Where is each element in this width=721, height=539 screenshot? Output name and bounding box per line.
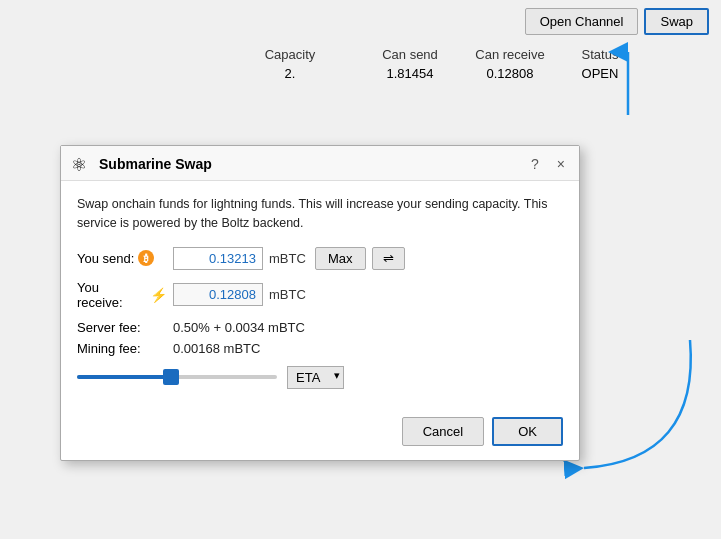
eta-select-wrapper: ETA slow fast: [287, 366, 344, 389]
server-fee-value: 0.50% + 0.0034 mBTC: [173, 320, 305, 335]
dialog-close-button[interactable]: ×: [553, 156, 569, 172]
mining-fee-row: Mining fee: 0.00168 mBTC: [77, 341, 563, 356]
btc-icon: ₿: [138, 250, 154, 266]
submarine-swap-dialog: ⚛ Submarine Swap ? × Swap onchain funds …: [60, 145, 580, 461]
you-send-input[interactable]: [173, 247, 263, 270]
fee-slider-track: [77, 375, 277, 379]
you-send-label: You send: ₿: [77, 250, 167, 266]
can-receive-value: 0.12808: [460, 66, 560, 81]
ok-button[interactable]: OK: [492, 417, 563, 446]
mining-fee-value: 0.00168 mBTC: [173, 341, 260, 356]
cancel-button[interactable]: Cancel: [402, 417, 484, 446]
can-send-header: Can send: [360, 47, 460, 62]
fee-rate-row: ETA slow fast: [77, 366, 563, 389]
you-send-row: You send: ₿ mBTC Max ⇌: [77, 247, 563, 270]
server-fee-row: Server fee: 0.50% + 0.0034 mBTC: [77, 320, 563, 335]
fee-slider-fill: [77, 375, 167, 379]
dialog-titlebar: ⚛ Submarine Swap ? ×: [61, 146, 579, 181]
you-receive-unit: mBTC: [269, 287, 309, 302]
you-send-text: You send:: [77, 251, 134, 266]
you-send-unit: mBTC: [269, 251, 309, 266]
status-header: Status: [560, 47, 640, 62]
table-header: Capacity Can send Can receive Status: [0, 43, 721, 64]
dialog-body: Swap onchain funds for lightning funds. …: [61, 181, 579, 417]
dialog-footer: Cancel OK: [61, 417, 579, 460]
table-row: 2. 1.81454 0.12808 OPEN: [0, 64, 721, 83]
can-receive-header: Can receive: [460, 47, 560, 62]
swap-direction-button[interactable]: ⇌: [372, 247, 405, 270]
server-fee-label: Server fee:: [77, 320, 167, 335]
swap-button[interactable]: Swap: [644, 8, 709, 35]
mining-fee-label: Mining fee:: [77, 341, 167, 356]
dialog-icon: ⚛: [71, 154, 91, 174]
open-channel-button[interactable]: Open Channel: [525, 8, 639, 35]
can-send-value: 1.81454: [360, 66, 460, 81]
capacity-value: 2.: [220, 66, 360, 81]
lightning-icon: ⚡: [150, 287, 167, 303]
you-receive-row: You receive: ⚡ mBTC: [77, 280, 563, 310]
fee-slider-thumb[interactable]: [163, 369, 179, 385]
you-receive-label: You receive: ⚡: [77, 280, 167, 310]
status-value: OPEN: [560, 66, 640, 81]
you-receive-text: You receive:: [77, 280, 146, 310]
you-receive-input[interactable]: [173, 283, 263, 306]
max-button[interactable]: Max: [315, 247, 366, 270]
capacity-header: Capacity: [220, 47, 360, 62]
dialog-help-button[interactable]: ?: [525, 156, 545, 172]
eta-select[interactable]: ETA slow fast: [287, 366, 344, 389]
dialog-title: Submarine Swap: [99, 156, 517, 172]
toolbar: Open Channel Swap: [0, 0, 721, 43]
dialog-description: Swap onchain funds for lightning funds. …: [77, 195, 563, 233]
